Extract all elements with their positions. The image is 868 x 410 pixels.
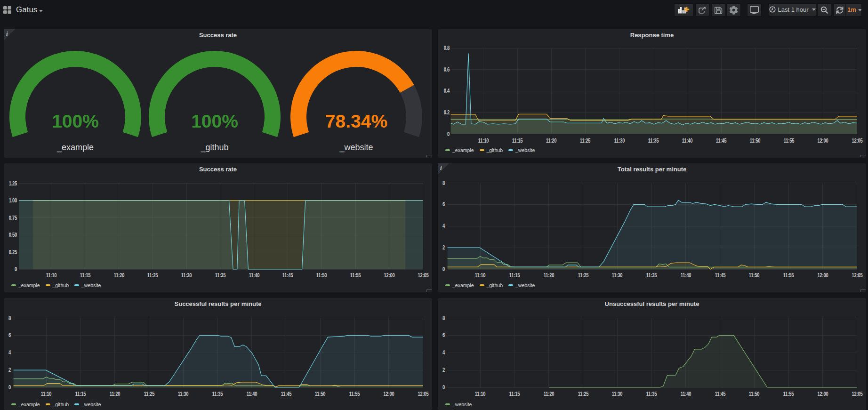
svg-text:_example: _example xyxy=(56,143,94,153)
svg-text:100%: 100% xyxy=(52,111,99,131)
svg-text:_github: _github xyxy=(200,143,228,153)
svg-text:78.34%: 78.34% xyxy=(325,111,387,131)
svg-text:_website: _website xyxy=(339,143,373,153)
svg-text:100%: 100% xyxy=(191,111,238,131)
